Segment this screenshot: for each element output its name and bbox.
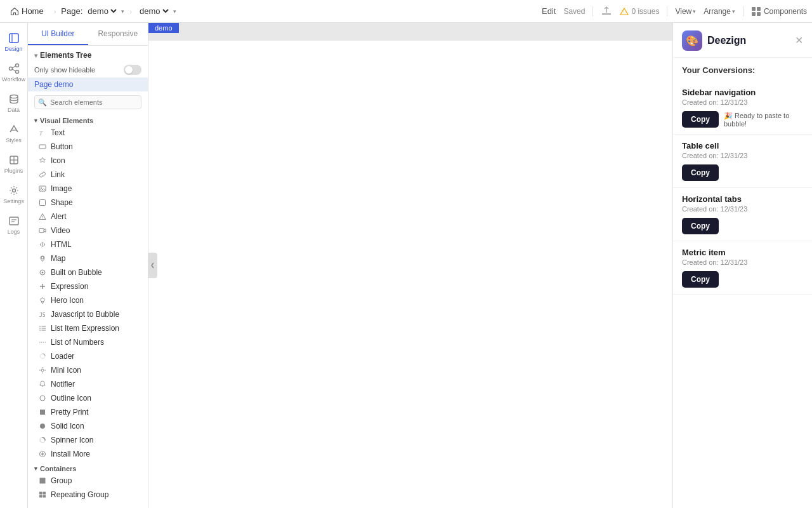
nav-logs[interactable]: Logs bbox=[1, 211, 27, 239]
svg-point-18 bbox=[12, 189, 15, 192]
svg-rect-55 bbox=[39, 492, 43, 495]
loader-icon bbox=[38, 352, 47, 361]
mini-icon-icon bbox=[38, 366, 47, 375]
demo-selector[interactable]: demo ▾ bbox=[137, 6, 176, 17]
view-button[interactable]: View ▾ bbox=[675, 7, 696, 16]
conversion-item-0: Sidebar navigation Created on: 12/31/23 … bbox=[673, 81, 812, 135]
svg-point-13 bbox=[10, 95, 18, 98]
conversions-title: Your Conversions: bbox=[673, 58, 812, 81]
element-repeating-group[interactable]: Repeating Group bbox=[28, 488, 148, 502]
expression-icon bbox=[38, 282, 47, 291]
close-panel-button[interactable]: ✕ bbox=[795, 36, 803, 46]
element-pretty-print[interactable]: Pretty Print bbox=[28, 405, 148, 419]
element-list-of-numbers[interactable]: List of Numbers bbox=[28, 335, 148, 349]
svg-rect-0 bbox=[602, 13, 611, 15]
element-spinner-icon[interactable]: Spinner Icon bbox=[28, 433, 148, 447]
list-of-numbers-icon bbox=[38, 338, 47, 347]
element-outline-icon[interactable]: Outline Icon bbox=[28, 391, 148, 405]
nav-workflow-label: Workflow bbox=[2, 76, 25, 83]
element-notifier[interactable]: Notifier bbox=[28, 377, 148, 391]
tab-ui-builder[interactable]: UI Builder bbox=[28, 23, 88, 45]
svg-rect-5 bbox=[757, 12, 761, 16]
demo-select[interactable]: demo bbox=[137, 6, 171, 17]
element-group[interactable]: Group bbox=[28, 474, 148, 488]
nav-data[interactable]: Data bbox=[1, 89, 27, 117]
page-demo-item[interactable]: Page demo bbox=[28, 77, 148, 91]
element-icon[interactable]: Icon bbox=[28, 154, 148, 168]
element-solid-icon[interactable]: Solid Icon bbox=[28, 419, 148, 433]
nav-settings[interactable]: Settings bbox=[1, 180, 27, 208]
edit-button[interactable]: Edit bbox=[542, 6, 556, 16]
element-map[interactable]: Map bbox=[28, 251, 148, 265]
conversion-name-3: Metric item bbox=[682, 248, 803, 257]
element-mini-icon[interactable]: Mini Icon bbox=[28, 363, 148, 377]
components-icon bbox=[751, 6, 761, 17]
search-box: 🔍 bbox=[28, 91, 148, 113]
solid-icon-icon bbox=[38, 422, 47, 431]
image-icon bbox=[38, 184, 47, 193]
element-shape[interactable]: Shape bbox=[28, 196, 148, 210]
upload-button[interactable] bbox=[601, 6, 612, 17]
icon-icon bbox=[38, 156, 47, 165]
element-text[interactable]: T Text bbox=[28, 126, 148, 140]
components-button[interactable]: Components bbox=[751, 6, 807, 17]
app-name: Deezign bbox=[707, 35, 746, 46]
link-icon bbox=[38, 170, 47, 179]
tree-toggle[interactable]: ▾ bbox=[34, 52, 37, 59]
top-bar: Home › Page: demo ▾ › demo ▾ Edit Saved … bbox=[0, 0, 812, 23]
only-show-label: Only show hideable bbox=[34, 66, 95, 74]
svg-rect-48 bbox=[40, 410, 45, 415]
outline-icon-icon bbox=[38, 394, 47, 403]
logo-icon: 🎨 bbox=[682, 30, 702, 51]
svg-point-9 bbox=[15, 64, 18, 67]
svg-text:JS: JS bbox=[39, 312, 46, 318]
svg-point-47 bbox=[40, 396, 45, 401]
nav-design[interactable]: Design bbox=[1, 28, 27, 56]
conversion-name-2: Horizontal tabs bbox=[682, 194, 803, 204]
collapse-handle[interactable] bbox=[148, 253, 157, 278]
element-built-on-bubble[interactable]: Built on Bubble bbox=[28, 265, 148, 279]
element-button[interactable]: Button bbox=[28, 140, 148, 154]
copy-button-1[interactable]: Copy bbox=[682, 164, 719, 181]
only-show-hideable: Only show hideable bbox=[28, 62, 148, 77]
issues-button[interactable]: ! 0 issues bbox=[620, 7, 659, 16]
element-hero-icon[interactable]: Hero Icon bbox=[28, 293, 148, 307]
html-icon bbox=[38, 240, 47, 249]
svg-point-31 bbox=[41, 257, 44, 259]
hideable-toggle[interactable] bbox=[124, 65, 141, 75]
copy-button-3[interactable]: Copy bbox=[682, 271, 719, 288]
copy-button-0[interactable]: Copy bbox=[682, 111, 719, 128]
svg-point-33 bbox=[42, 272, 44, 274]
nav-plugins[interactable]: Plugins bbox=[1, 150, 27, 178]
page-selector[interactable]: Page: demo ▾ bbox=[61, 6, 124, 17]
element-image[interactable]: Image bbox=[28, 182, 148, 196]
element-js-to-bubble[interactable]: JS Javascript to Bubble bbox=[28, 307, 148, 321]
spinner-icon-icon bbox=[38, 436, 47, 444]
page-select[interactable]: demo bbox=[85, 6, 119, 17]
element-link[interactable]: Link bbox=[28, 168, 148, 182]
settings-icon bbox=[8, 184, 20, 197]
list-item-expression-icon bbox=[38, 324, 47, 333]
element-alert[interactable]: Alert bbox=[28, 210, 148, 224]
conversion-date-2: Created on: 12/31/23 bbox=[682, 205, 803, 213]
element-html[interactable]: HTML bbox=[28, 237, 148, 251]
canvas-inner[interactable] bbox=[148, 41, 672, 508]
home-button[interactable]: Home bbox=[5, 6, 49, 16]
element-loader[interactable]: Loader bbox=[28, 349, 148, 363]
tab-responsive[interactable]: Responsive bbox=[88, 23, 148, 45]
svg-rect-2 bbox=[752, 7, 756, 11]
app-logo: 🎨 Deezign bbox=[682, 30, 746, 51]
left-panel: UI Builder Responsive ▾ Elements Tree On… bbox=[28, 23, 148, 508]
svg-text:T: T bbox=[39, 130, 43, 137]
nav-workflow[interactable]: Workflow bbox=[1, 58, 27, 86]
element-expression[interactable]: Expression bbox=[28, 279, 148, 293]
nav-styles[interactable]: Styles bbox=[1, 119, 27, 147]
element-list-item-expression[interactable]: List Item Expression bbox=[28, 321, 148, 335]
arrange-button[interactable]: Arrange ▾ bbox=[704, 7, 735, 16]
search-input[interactable] bbox=[34, 95, 141, 109]
repeating-group-icon bbox=[38, 490, 47, 499]
element-video[interactable]: Video bbox=[28, 224, 148, 237]
element-install-more[interactable]: Install More bbox=[28, 447, 148, 461]
copy-button-2[interactable]: Copy bbox=[682, 218, 719, 234]
plugins-icon bbox=[8, 154, 20, 166]
